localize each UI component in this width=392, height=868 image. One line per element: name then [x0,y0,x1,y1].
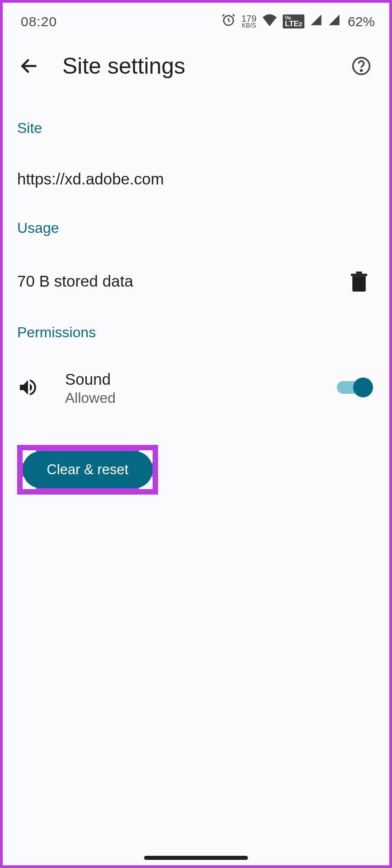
alarm-icon [221,13,236,30]
help-button[interactable] [349,53,374,79]
header: Site settings [3,37,389,94]
toggle-thumb [353,377,373,397]
usage-row: 70 B stored data [17,242,375,298]
permission-text-container: Sound Allowed [44,369,337,406]
arrow-left-icon [19,56,39,76]
network-speed: 179 KB/S [241,14,256,28]
sound-icon [17,377,39,398]
navigation-bar-handle[interactable] [144,856,248,860]
volte-indicator: Vo LTE2 [283,14,304,28]
sound-toggle[interactable] [337,377,373,397]
highlight-annotation: Clear & reset [17,445,158,495]
help-circle-icon [351,56,371,76]
section-header-usage: Usage [17,193,375,242]
sound-icon-container [17,377,44,398]
svg-point-3 [361,70,362,71]
clear-reset-button[interactable]: Clear & reset [23,451,153,488]
status-icons: 179 KB/S Vo LTE2 62% [221,13,375,30]
signal-icon-1 [310,14,322,29]
phone-screen: 08:20 179 KB/S Vo LTE2 62% [3,3,389,865]
back-button[interactable] [16,53,42,79]
section-header-site: Site [17,94,375,142]
permission-sound-status: Allowed [65,390,337,406]
wifi-icon [262,14,277,29]
delete-storage-button[interactable] [348,270,370,292]
signal-icon-2 [328,14,341,29]
page-title: Site settings [62,53,349,79]
content-area: Site https://xd.adobe.com Usage 70 B sto… [3,94,389,406]
trash-icon [350,271,368,292]
battery-percentage: 62% [348,14,375,29]
status-bar: 08:20 179 KB/S Vo LTE2 62% [3,3,389,37]
permission-sound-row[interactable]: Sound Allowed [17,346,375,406]
site-url: https://xd.adobe.com [17,142,375,193]
section-header-permissions: Permissions [17,298,375,346]
stored-data-text: 70 B stored data [17,272,133,290]
permission-sound-title: Sound [65,369,337,390]
status-time: 08:20 [21,14,57,29]
